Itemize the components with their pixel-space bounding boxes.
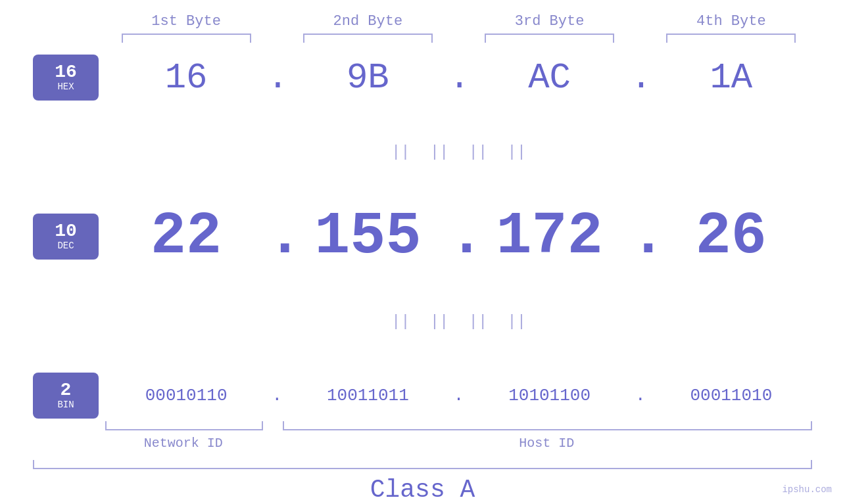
dec-badge-num: 10 <box>55 222 77 241</box>
byte2-header: 2nd Byte <box>333 13 403 30</box>
equals-row-2: || || || || <box>319 270 526 373</box>
hex-badge-base: HEX <box>57 81 74 93</box>
bottom-brackets <box>105 421 812 430</box>
byte4-top-bracket <box>666 34 796 43</box>
eq2-1: || <box>391 313 410 331</box>
bin-badge-base: BIN <box>57 400 74 411</box>
byte1-header: 1st Byte <box>151 13 221 30</box>
eq1-2: || <box>430 143 449 161</box>
hex-badge: 16 HEX <box>33 55 99 101</box>
bin-row: 2 BIN 00010110 . 10011011 . 10101100 . 0… <box>33 373 812 419</box>
network-id-label: Network ID <box>105 436 262 451</box>
dec-badge: 10 DEC <box>33 214 99 260</box>
eq2-4: || <box>507 313 526 331</box>
watermark: ipshu.com <box>782 484 832 495</box>
byte3-header: 3rd Byte <box>515 13 585 30</box>
hex-dot3: . <box>631 58 650 98</box>
eq2-3: || <box>469 313 488 331</box>
dec-values-row: 22 . 155 . 172 . 26 <box>105 203 812 270</box>
class-section: Class A <box>33 460 812 504</box>
eq2-2: || <box>430 313 449 331</box>
eq1-3: || <box>469 143 488 161</box>
byte2-col: 2nd Byte <box>287 13 448 43</box>
class-label: Class A <box>33 476 812 504</box>
bin-badge: 2 BIN <box>33 373 99 419</box>
hex-dot2: . <box>449 58 469 98</box>
main-container: 1st Byte 2nd Byte 3rd Byte 4th Byte <box>0 0 845 504</box>
bin-badge-num: 2 <box>60 381 72 400</box>
dec-dot3: . <box>631 203 650 270</box>
bin-dot3: . <box>631 386 650 405</box>
dec-badge-base: DEC <box>57 241 74 252</box>
byte2-top-bracket <box>303 34 433 43</box>
bin-byte2: 10011011 <box>287 386 448 405</box>
byte1-col: 1st Byte <box>105 13 267 43</box>
dec-dot1: . <box>267 203 287 270</box>
hex-badge-num: 16 <box>55 63 77 81</box>
hex-dot1: . <box>267 58 287 98</box>
hex-byte2: 9B <box>287 58 448 98</box>
dec-dot2: . <box>449 203 469 270</box>
byte3-top-bracket <box>485 34 614 43</box>
eq1-1: || <box>391 143 410 161</box>
dec-byte4: 26 <box>650 203 812 270</box>
dec-byte2: 155 <box>287 203 448 270</box>
bottom-section: Network ID Host ID <box>33 421 812 451</box>
hex-values-row: 16 . 9B . AC . 1A <box>105 58 812 98</box>
dec-byte1: 22 <box>105 203 267 270</box>
bin-byte1: 00010110 <box>105 386 267 405</box>
bin-byte4: 00011010 <box>650 386 812 405</box>
class-bracket <box>33 460 812 469</box>
equals-row-1: || || || || <box>319 101 526 203</box>
hex-byte1: 16 <box>105 58 267 98</box>
hex-row: 16 HEX 16 . 9B . AC . 1A <box>33 55 812 101</box>
network-bracket <box>105 421 263 430</box>
dec-row: 10 DEC 22 . 155 . 172 . 26 <box>33 203 812 270</box>
byte4-header: 4th Byte <box>696 13 766 30</box>
byte1-top-bracket <box>122 34 251 43</box>
bin-values-row: 00010110 . 10011011 . 10101100 . 0001101… <box>105 386 812 405</box>
hex-byte3: AC <box>469 58 631 98</box>
eq1-4: || <box>507 143 526 161</box>
bin-dot2: . <box>449 386 469 405</box>
hex-byte4: 1A <box>650 58 812 98</box>
byte3-col: 3rd Byte <box>469 13 631 43</box>
bracket-labels: Network ID Host ID <box>105 436 812 451</box>
byte4-col: 4th Byte <box>650 13 812 43</box>
host-bracket <box>283 421 812 430</box>
bin-byte3: 10101100 <box>469 386 631 405</box>
bin-dot1: . <box>267 386 287 405</box>
host-id-label: Host ID <box>281 436 813 451</box>
dec-byte3: 172 <box>469 203 631 270</box>
